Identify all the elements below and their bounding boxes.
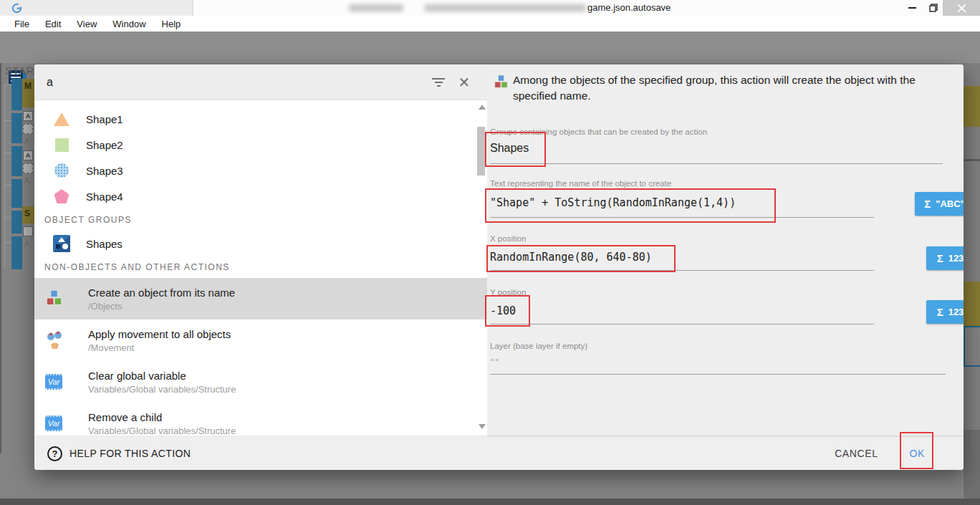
- list-item-shape4[interactable]: Shape4: [34, 183, 487, 209]
- ok-button[interactable]: OK: [910, 448, 925, 459]
- object-label: Shape3: [86, 165, 123, 177]
- list-item-group-shapes[interactable]: Shapes: [34, 231, 487, 256]
- object-label: Shape2: [86, 139, 123, 151]
- object-label: Shape4: [86, 191, 123, 203]
- action-title: Create an object from its name: [88, 287, 235, 299]
- create-object-icon: [43, 288, 64, 309]
- event-action-chip: [23, 226, 33, 236]
- menu-help[interactable]: Help: [154, 17, 189, 31]
- event-sheet-right-edge: [964, 63, 980, 505]
- x-position-input[interactable]: RandomInRange(80, 640-80): [490, 251, 652, 264]
- create-object-icon: [493, 74, 509, 93]
- menu-edit[interactable]: Edit: [37, 17, 69, 31]
- filter-button[interactable]: [426, 69, 451, 95]
- section-header-other-actions: NON-OBJECTS AND OTHER ACTIONS: [34, 256, 487, 278]
- instruction-browser-panel: a ✕ Shape1 Shape2: [34, 64, 487, 437]
- sigma-icon: Σ: [937, 306, 943, 318]
- event-letter: A: [24, 239, 29, 248]
- list-item-shape2[interactable]: Shape2: [34, 132, 487, 158]
- event-letter: A: [24, 137, 29, 145]
- blurred-title-segment: [349, 4, 403, 11]
- object-label: Shape1: [86, 113, 123, 125]
- close-icon: [957, 4, 966, 13]
- pentagon-shape-icon: [53, 188, 70, 205]
- event-letter: A: [24, 176, 29, 185]
- object-name-expression-input[interactable]: "Shape" + ToString(RandomInRange(1,4)): [490, 196, 736, 209]
- title-tab: [0, 0, 193, 16]
- action-subtitle: /Movement: [88, 342, 231, 353]
- menu-view[interactable]: View: [69, 17, 105, 31]
- field-underline: [490, 374, 946, 375]
- event-comment-m: M: [22, 79, 34, 107]
- bottom-edge: [0, 499, 980, 505]
- list-item-shape1[interactable]: Shape1: [34, 106, 487, 132]
- event-sheet-left-edge: M A A A A S A: [0, 63, 34, 453]
- square-shape-icon: [53, 136, 70, 153]
- menu-file[interactable]: File: [6, 17, 37, 31]
- sigma-icon: Σ: [937, 252, 943, 264]
- list-item-create-object[interactable]: Create an object from its name /Objects: [34, 278, 487, 319]
- cancel-button[interactable]: CANCEL: [835, 448, 878, 459]
- triangle-shape-icon: [53, 110, 70, 128]
- gdevelop-logo-icon: [11, 3, 22, 14]
- list-item-remove-a-child[interactable]: Var Remove a child Variables/Global vari…: [34, 403, 487, 437]
- dialog-footer: ? HELP FOR THIS ACTION CANCEL OK: [34, 437, 964, 470]
- action-subtitle: Variables/Global variables/Structure: [88, 384, 236, 395]
- apply-movement-icon: [43, 330, 64, 351]
- scroll-down-icon[interactable]: [479, 424, 486, 429]
- action-title: Clear global variable: [88, 370, 236, 382]
- variable-icon: Var: [43, 371, 64, 393]
- expression-button-label: 123: [948, 253, 964, 264]
- scroll-up-icon[interactable]: [479, 105, 486, 110]
- field-label-x-position: X position: [490, 234, 527, 243]
- list-item-shape3[interactable]: Shape3: [34, 158, 487, 183]
- event-action-chip: [23, 163, 33, 173]
- event-action-chip: A: [23, 150, 33, 160]
- string-expression-editor-button[interactable]: Σ "ABC": [915, 192, 964, 216]
- object-group-icon: [53, 235, 70, 252]
- field-underline: [490, 270, 874, 271]
- y-position-input[interactable]: -100: [490, 304, 516, 317]
- filter-icon: [432, 78, 445, 87]
- section-header-object-groups: OBJECT GROUPS: [34, 209, 487, 231]
- instruction-list: Shape1 Shape2 Shape3 Shape4 OBJECT GROUP…: [34, 100, 487, 437]
- action-subtitle: Variables/Global variables/Structure: [88, 425, 236, 436]
- title-bar: game.json.autosave: [0, 0, 980, 16]
- event-action-chip: [23, 124, 33, 134]
- group-label: Shapes: [86, 238, 123, 250]
- field-label-object-name: Text representing the name of the object…: [490, 179, 671, 188]
- help-link[interactable]: ? HELP FOR THIS ACTION: [47, 446, 191, 461]
- window-title: game.json.autosave: [587, 2, 671, 13]
- toolbar: [0, 32, 980, 63]
- search-bar[interactable]: a ✕: [34, 64, 487, 100]
- action-title: Apply movement to all objects: [88, 328, 231, 340]
- restore-button[interactable]: [924, 0, 943, 16]
- list-item-clear-global-variable[interactable]: Var Clear global variable Variables/Glob…: [34, 361, 487, 403]
- sigma-icon: Σ: [924, 198, 931, 210]
- list-scrollbar[interactable]: [477, 102, 486, 436]
- event-action-chip: A: [23, 111, 33, 121]
- list-item-apply-movement[interactable]: Apply movement to all objects /Movement: [34, 319, 487, 361]
- menu-bar: File Edit View Window Help: [0, 16, 980, 32]
- minimize-button[interactable]: [903, 0, 921, 16]
- action-title: Remove a child: [88, 411, 236, 423]
- number-expression-editor-button[interactable]: Σ 123: [926, 246, 964, 270]
- blurred-title-segment: [424, 4, 586, 11]
- clear-search-button[interactable]: ✕: [451, 69, 477, 95]
- layer-input[interactable]: "": [490, 357, 499, 367]
- restore-icon: [929, 4, 938, 12]
- minimize-icon: [908, 7, 916, 9]
- menu-window[interactable]: Window: [105, 17, 153, 31]
- event-comment-s: S: [22, 206, 34, 223]
- field-underline: [490, 217, 874, 218]
- scrollbar-thumb[interactable]: [477, 127, 485, 175]
- expression-button-label: "ABC": [936, 198, 964, 209]
- field-label-groups: Groups containing objects that can be cr…: [490, 128, 707, 136]
- action-subtitle: /Objects: [88, 301, 235, 312]
- circle-shape-icon: [53, 162, 70, 179]
- app-window: game.json.autosave File Edit View Window…: [0, 0, 980, 505]
- groups-input[interactable]: Shapes: [490, 142, 529, 155]
- close-button[interactable]: [943, 0, 980, 16]
- search-input[interactable]: a: [47, 76, 426, 89]
- number-expression-editor-button[interactable]: Σ 123: [926, 300, 964, 324]
